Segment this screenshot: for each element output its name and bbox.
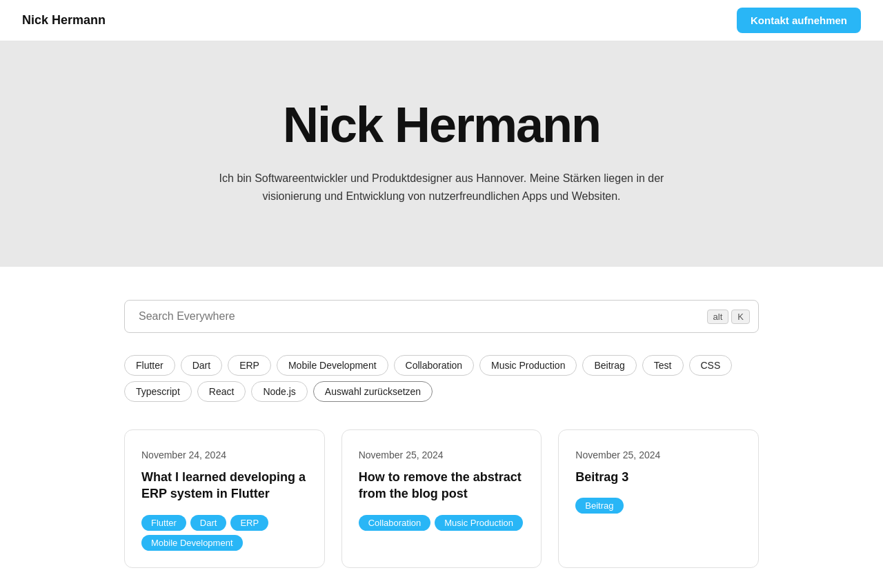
nav-logo: Nick Hermann bbox=[22, 13, 106, 28]
search-bar: alt K bbox=[124, 300, 759, 333]
post-title: Beitrag 3 bbox=[575, 469, 742, 485]
post-tags: CollaborationMusic Production bbox=[359, 515, 525, 531]
tag-typescript[interactable]: Typescript bbox=[124, 381, 192, 402]
post-card: November 25, 2024Beitrag 3Beitrag bbox=[558, 429, 759, 568]
hero-description: Ich bin Softwareentwickler und Produktde… bbox=[193, 170, 690, 205]
tag-beitrag[interactable]: Beitrag bbox=[582, 355, 636, 376]
kbd-alt: alt bbox=[707, 310, 729, 324]
post-tag-dart[interactable]: Dart bbox=[190, 515, 227, 531]
posts-grid: November 24, 2024What I learned developi… bbox=[124, 429, 759, 568]
post-tag-music-production[interactable]: Music Production bbox=[435, 515, 523, 531]
post-title: How to remove the abstract from the blog… bbox=[359, 469, 525, 503]
contact-button[interactable]: Kontakt aufnehmen bbox=[737, 8, 861, 33]
tag-dart[interactable]: Dart bbox=[181, 355, 222, 376]
post-tag-mobile-development[interactable]: Mobile Development bbox=[141, 535, 243, 551]
tag-erp[interactable]: ERP bbox=[228, 355, 271, 376]
post-date: November 25, 2024 bbox=[575, 449, 742, 460]
post-date: November 24, 2024 bbox=[141, 449, 308, 460]
search-shortcut: alt K bbox=[707, 310, 750, 324]
tag-music-production[interactable]: Music Production bbox=[479, 355, 577, 376]
post-tag-flutter[interactable]: Flutter bbox=[141, 515, 186, 531]
hero-title: Nick Hermann bbox=[22, 97, 861, 153]
post-tag-erp[interactable]: ERP bbox=[230, 515, 268, 531]
kbd-k: K bbox=[731, 310, 750, 324]
search-input[interactable] bbox=[133, 301, 707, 332]
tag-collaboration[interactable]: Collaboration bbox=[394, 355, 475, 376]
post-tags: Beitrag bbox=[575, 498, 742, 514]
post-date: November 25, 2024 bbox=[359, 449, 525, 460]
tag-mobile-development[interactable]: Mobile Development bbox=[277, 355, 388, 376]
post-tag-collaboration[interactable]: Collaboration bbox=[359, 515, 431, 531]
post-tags: FlutterDartERPMobile Development bbox=[141, 515, 308, 551]
tag-filter-group: FlutterDartERPMobile DevelopmentCollabor… bbox=[124, 355, 759, 402]
post-tag-beitrag[interactable]: Beitrag bbox=[575, 498, 623, 514]
post-card: November 24, 2024What I learned developi… bbox=[124, 429, 325, 568]
hero-section: Nick Hermann Ich bin Softwareentwickler … bbox=[0, 41, 883, 267]
tag-react[interactable]: React bbox=[197, 381, 246, 402]
tag-test[interactable]: Test bbox=[642, 355, 684, 376]
post-title: What I learned developing a ERP system i… bbox=[141, 469, 308, 503]
main-content: alt K FlutterDartERPMobile DevelopmentCo… bbox=[110, 267, 773, 588]
post-card: November 25, 2024How to remove the abstr… bbox=[341, 429, 542, 568]
tag-css[interactable]: CSS bbox=[689, 355, 733, 376]
navbar: Nick Hermann Kontakt aufnehmen bbox=[0, 0, 883, 41]
tag-node.js[interactable]: Node.js bbox=[251, 381, 307, 402]
tag-flutter[interactable]: Flutter bbox=[124, 355, 175, 376]
tag-auswahl-zurücksetzen[interactable]: Auswahl zurücksetzen bbox=[313, 381, 433, 402]
